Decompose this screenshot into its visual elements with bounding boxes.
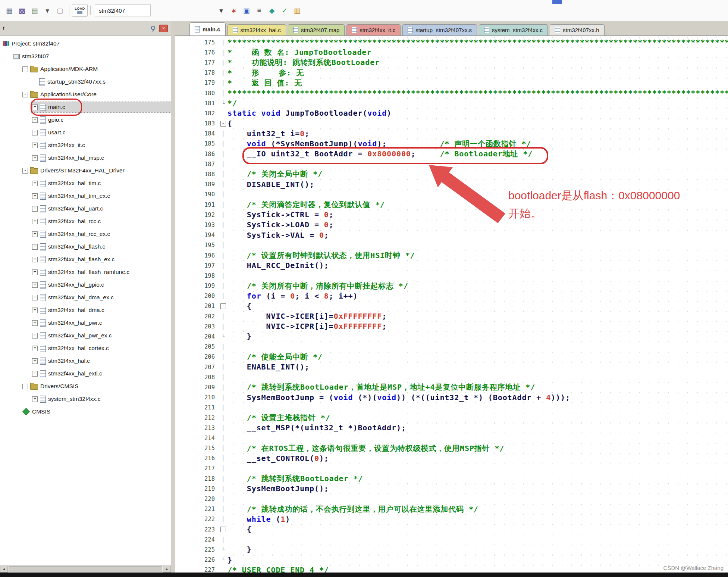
code-line-185[interactable]: 185│ void (*SysMemBootJump)(void); /* 声明… <box>175 139 728 149</box>
tree-item-stm32f4xx-hal-rcc-ex-c[interactable]: +stm32f4xx_hal_rcc_ex.c <box>0 228 171 240</box>
code-line-214[interactable]: 214│ <box>175 433 728 443</box>
tree-item-stm32f4xx-hal-flash-c[interactable]: +stm32f4xx_hal_flash.c <box>0 240 171 253</box>
code-line-176[interactable]: 176│* 函 数 名: JumpToBootloader <box>175 47 728 57</box>
code-line-189[interactable]: 189│ DISABLE_INT(); <box>175 180 728 190</box>
scroll-right-icon[interactable]: ► <box>163 566 171 573</box>
select-software-packs-icon[interactable]: ✓ <box>279 5 290 16</box>
tree-item-stm32f4xx-hal-dma-ex-c[interactable]: +stm32f4xx_hal_dma_ex.c <box>0 291 171 304</box>
code-line-198[interactable]: 198│ <box>175 271 728 281</box>
tree-item-stm32f4xx-hal-uart-c[interactable]: +stm32f4xx_hal_uart.c <box>0 202 171 215</box>
tree-item-main-c[interactable]: +main.c <box>0 101 171 113</box>
fold-toggle-icon[interactable]: - <box>220 527 226 532</box>
scroll-left-icon[interactable]: ◄ <box>0 566 8 573</box>
code-line-224[interactable]: 224│ <box>175 534 728 545</box>
code-editor[interactable]: 175│************************************… <box>175 36 728 573</box>
tree-item-cmsis[interactable]: CMSIS <box>0 405 171 418</box>
tree-item-usart-c[interactable]: +usart.c <box>0 126 171 139</box>
expand-toggle-icon[interactable]: + <box>32 193 38 199</box>
code-line-226[interactable]: 226└} <box>175 555 728 565</box>
manage-project-items-icon[interactable]: ▣ <box>241 5 252 16</box>
manage-rte-icon[interactable]: ◆ <box>266 5 277 16</box>
code-line-196[interactable]: 196│ /* 设置所有时钟到默认状态，使用HSI时钟 */ <box>175 250 728 261</box>
code-line-227[interactable]: 227/* USER CODE END 4 */ <box>175 565 728 573</box>
scrollbar-thumb[interactable] <box>9 566 162 572</box>
code-line-215[interactable]: 215│ /* 在RTOS工程，这条语句很重要，设置为特权级模式，使用MSP指针… <box>175 443 728 453</box>
fold-toggle-icon[interactable]: - <box>220 121 226 127</box>
expand-toggle-icon[interactable]: + <box>32 130 38 135</box>
tree-item-stm32f4xx-hal-exti-c[interactable]: +stm32f4xx_hal_exti.c <box>0 367 171 380</box>
code-line-193[interactable]: 193│ SysTick->LOAD = 0; <box>175 220 728 230</box>
expand-toggle-icon[interactable]: + <box>32 219 38 224</box>
expand-toggle-icon[interactable]: + <box>32 206 38 212</box>
tab-stm32f407-map[interactable]: stm32f407.map <box>288 24 345 35</box>
expand-toggle-icon[interactable]: + <box>32 396 38 402</box>
tree-item-system-stm32f4xx-c[interactable]: +system_stm32f4xx.c <box>0 393 171 405</box>
code-line-209[interactable]: 209│ /* 跳转到系统BootLoader，首地址是MSP，地址+4是复位中… <box>175 382 728 392</box>
code-line-218[interactable]: 218│ /* 跳转到系统BootLoader */ <box>175 474 728 484</box>
tree-item-startup-stm32f407xx-s[interactable]: startup_stm32f407xx.s <box>0 75 171 88</box>
file-extensions-icon[interactable]: ≡ <box>254 5 265 16</box>
code-line-184[interactable]: 184│ uint32_t i=0; <box>175 129 728 139</box>
code-line-175[interactable]: 175│************************************… <box>175 37 728 47</box>
tab-stm32f4xx-it-c[interactable]: stm32f4xx_it.c <box>346 24 401 35</box>
code-line-192[interactable]: 192│ SysTick->CTRL = 0; <box>175 210 728 220</box>
options-for-target-icon[interactable]: ∗ <box>228 5 239 16</box>
expand-toggle-icon[interactable]: + <box>32 143 38 148</box>
expand-toggle-icon[interactable]: - <box>22 92 28 97</box>
code-line-200[interactable]: 200│ for (i = 0; i < 8; i++) <box>175 291 728 301</box>
code-line-204[interactable]: 204└ } <box>175 331 728 341</box>
tree-item-stm32f4xx-hal-flash-ramfunc-c[interactable]: +stm32f4xx_hal_flash_ramfunc.c <box>0 266 171 278</box>
expand-toggle-icon[interactable]: + <box>32 257 38 262</box>
code-line-179[interactable]: 179│* 返 回 值: 无 <box>175 78 728 88</box>
code-line-210[interactable]: 210│ SysMemBootJump = (void (*)(void)) (… <box>175 393 728 403</box>
target-select-combobox[interactable]: stm32f407 <box>95 4 151 16</box>
code-line-221[interactable]: 221│ /* 跳转成功的话，不会执行到这里，用户可以在这里添加代码 */ <box>175 504 728 514</box>
tree-item-stm32f4xx-hal-gpio-c[interactable]: +stm32f4xx_hal_gpio.c <box>0 278 171 291</box>
code-line-207[interactable]: 207│ ENABLE_INT(); <box>175 362 728 372</box>
tab-startup-stm32f407xx-s[interactable]: startup_stm32f407xx.s <box>402 24 477 35</box>
tree-item-application-user-core[interactable]: -Application/User/Core <box>0 88 171 101</box>
code-line-206[interactable]: 206│ /* 使能全局中断 */ <box>175 352 728 362</box>
expand-toggle-icon[interactable]: + <box>32 358 38 364</box>
code-line-187[interactable]: 187│ <box>175 159 728 169</box>
tree-item-project-stm32f407[interactable]: Project: stm32f407 <box>0 37 171 50</box>
tree-item-stm32f4xx-hal-tim-ex-c[interactable]: +stm32f4xx_hal_tim_ex.c <box>0 190 171 202</box>
code-line-219[interactable]: 219│ SysMemBootJump(); <box>175 484 728 494</box>
tree-item-stm32f4xx-hal-pwr-ex-c[interactable]: +stm32f4xx_hal_pwr_ex.c <box>0 329 171 342</box>
code-line-203[interactable]: 203│ NVIC->ICPR[i]=0xFFFFFFFF; <box>175 321 728 331</box>
pack-installer-icon[interactable]: ▥ <box>292 5 303 16</box>
expand-toggle-icon[interactable]: + <box>32 269 38 275</box>
expand-toggle-icon[interactable]: + <box>32 308 38 313</box>
expand-toggle-icon[interactable]: + <box>32 105 38 110</box>
code-line-197[interactable]: 197│ HAL_RCC_DeInit(); <box>175 261 728 271</box>
code-line-194[interactable]: 194│ SysTick->VAL = 0; <box>175 230 728 240</box>
code-line-208[interactable]: 208│ <box>175 372 728 382</box>
tree-item-stm32f407[interactable]: stm32f407 <box>0 50 171 63</box>
code-line-181[interactable]: 181└*/ <box>175 98 728 108</box>
code-line-201[interactable]: 201- { <box>175 301 728 311</box>
download-to-flash-button[interactable]: LOAD <box>72 4 88 17</box>
rebuild-all-icon[interactable]: ▤ <box>29 5 40 16</box>
code-line-225[interactable]: 225└ } <box>175 545 728 555</box>
panel-splitter[interactable] <box>171 21 175 573</box>
stop-build-icon[interactable]: ▢ <box>54 5 66 16</box>
expand-toggle-icon[interactable]: + <box>32 282 38 288</box>
code-line-216[interactable]: 216│ __set_CONTROL(0); <box>175 453 728 464</box>
tree-item-stm32f4xx-hal-cortex-c[interactable]: +stm32f4xx_hal_cortex.c <box>0 342 171 355</box>
expand-toggle-icon[interactable]: - <box>22 66 28 72</box>
flag-dropdown-icon[interactable]: ▾ <box>216 5 227 16</box>
tab-main-c[interactable]: main.c <box>189 22 226 35</box>
expand-toggle-icon[interactable]: - <box>22 168 28 174</box>
code-line-178[interactable]: 178│* 形 参: 无 <box>175 68 728 78</box>
code-line-188[interactable]: 188│ /* 关闭全局中断 */ <box>175 169 728 179</box>
tab-stm32f4xx-hal-c[interactable]: stm32f4xx_hal.c <box>228 24 286 35</box>
code-line-199[interactable]: 199│ /* 关闭所有中断，清除所有中断挂起标志 */ <box>175 281 728 291</box>
tab-system-stm32f4xx-c[interactable]: system_stm32f4xx.c <box>479 24 548 35</box>
tree-item-stm32f4xx-hal-rcc-c[interactable]: +stm32f4xx_hal_rcc.c <box>0 215 171 228</box>
tree-item-stm32f4xx-hal-flash-ex-c[interactable]: +stm32f4xx_hal_flash_ex.c <box>0 253 171 266</box>
expand-toggle-icon[interactable]: + <box>32 231 38 237</box>
tree-item-stm32f4xx-it-c[interactable]: +stm32f4xx_it.c <box>0 139 171 152</box>
expand-toggle-icon[interactable]: + <box>32 295 38 300</box>
code-line-222[interactable]: 222│ while (1) <box>175 514 728 524</box>
code-line-191[interactable]: 191│ /* 关闭滴答定时器，复位到默认值 */ <box>175 200 728 210</box>
